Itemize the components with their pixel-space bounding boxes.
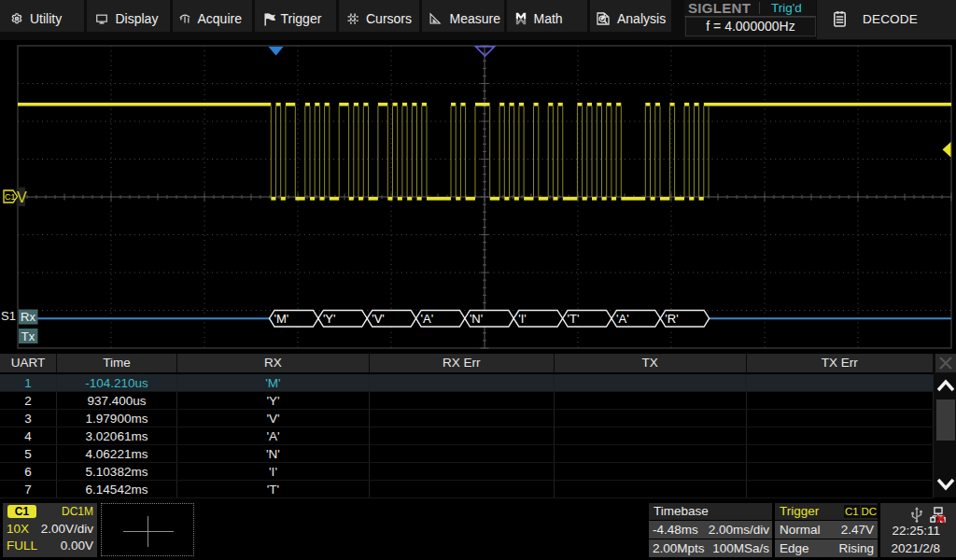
svg-text:V: V bbox=[17, 189, 27, 205]
svg-text:C1: C1 bbox=[5, 192, 16, 202]
svg-text:Tx: Tx bbox=[21, 329, 35, 343]
svg-text:'N': 'N' bbox=[470, 312, 483, 326]
svg-text:'R': 'R' bbox=[665, 312, 678, 326]
svg-text:'V': 'V' bbox=[372, 312, 385, 326]
svg-text:'A': 'A' bbox=[616, 312, 629, 326]
svg-text:Rx: Rx bbox=[21, 310, 35, 324]
svg-text:'A': 'A' bbox=[421, 312, 434, 326]
svg-text:'M': 'M' bbox=[274, 312, 289, 326]
svg-text:S1: S1 bbox=[1, 309, 16, 323]
svg-text:'Y': 'Y' bbox=[323, 312, 336, 326]
svg-text:'I': 'I' bbox=[518, 312, 527, 326]
svg-text:'T': 'T' bbox=[568, 312, 580, 326]
